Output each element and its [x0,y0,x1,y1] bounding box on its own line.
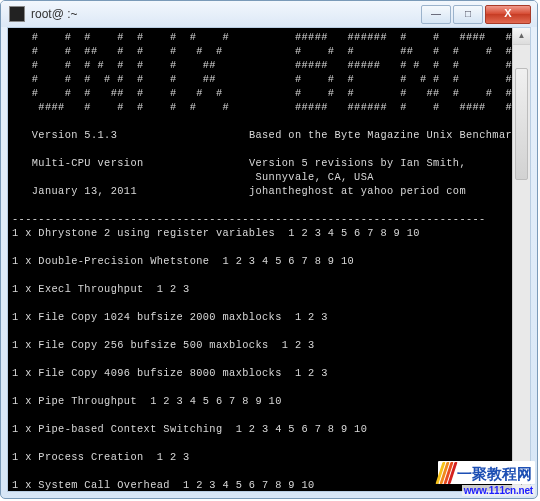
watermark: 一聚教程网 www.111cn.net [438,461,535,496]
blank-line [12,142,526,156]
blank-line [12,240,526,254]
watermark-url: www.111cn.net [462,485,535,496]
blank-line [12,436,526,450]
blank-line [12,352,526,366]
watermark-badge: 一聚教程网 [438,461,535,484]
client-area: # # # # # # # # ##### ###### # # #### # … [7,27,531,492]
watermark-text-cn: 一聚教程网 [457,466,532,481]
test-line: 1 x File Copy 1024 bufsize 2000 maxblock… [12,310,526,324]
blank-line [12,408,526,422]
blank-line [12,268,526,282]
banner-line: # # # ## # # # # # # # # ## # # # # [12,86,526,100]
vertical-scrollbar[interactable]: ▲ ▼ [512,28,530,491]
blank-line [12,324,526,338]
minimize-button[interactable]: — [421,5,451,24]
banner-line: # # ## # # # # # # # # ## # # # # # [12,44,526,58]
test-line: 1 x Pipe Throughput 1 2 3 4 5 6 7 8 9 10 [12,394,526,408]
app-icon [9,6,25,22]
close-button[interactable]: X [485,5,531,24]
blank-line [12,198,526,212]
window-controls: — □ X [421,5,531,24]
test-line: 1 x File Copy 4096 bufsize 8000 maxblock… [12,366,526,380]
banner-line: #### # # # # # # ##### ###### # # #### #… [12,100,526,114]
multicpu-line2: Sunnyvale, CA, USA [12,170,526,184]
scrollbar-thumb[interactable] [515,68,528,180]
blank-line [12,296,526,310]
terminal-window: root@ :~ — □ X # # # # # # # # ##### ###… [0,0,538,499]
test-line: 1 x File Copy 256 bufsize 500 maxblocks … [12,338,526,352]
blank-line [12,114,526,128]
watermark-stripes-icon [435,462,457,484]
terminal-output[interactable]: # # # # # # # # ##### ###### # # #### # … [8,28,530,491]
scroll-up-button[interactable]: ▲ [513,28,530,45]
multicpu-line: Multi-CPU version Version 5 revisions by… [12,156,526,170]
test-line: 1 x Double-Precision Whetstone 1 2 3 4 5… [12,254,526,268]
maximize-button[interactable]: □ [453,5,483,24]
version-line: Version 5.1.3 Based on the Byte Magazine… [12,128,526,142]
test-line: 1 x Execl Throughput 1 2 3 [12,282,526,296]
banner-line: # # # # # # # ## ##### ##### # # # # ###… [12,58,526,72]
sep-line: ----------------------------------------… [12,212,526,226]
date-line: January 13, 2011 johantheghost at yahoo … [12,184,526,198]
test-line: 1 x Pipe-based Context Switching 1 2 3 4… [12,422,526,436]
banner-line: # # # # # # # ## # # # # # # # # # [12,72,526,86]
banner-line: # # # # # # # # ##### ###### # # #### # … [12,30,526,44]
titlebar[interactable]: root@ :~ — □ X [1,1,537,27]
blank-line [12,380,526,394]
test-line: 1 x Dhrystone 2 using register variables… [12,226,526,240]
window-title: root@ :~ [31,7,421,21]
